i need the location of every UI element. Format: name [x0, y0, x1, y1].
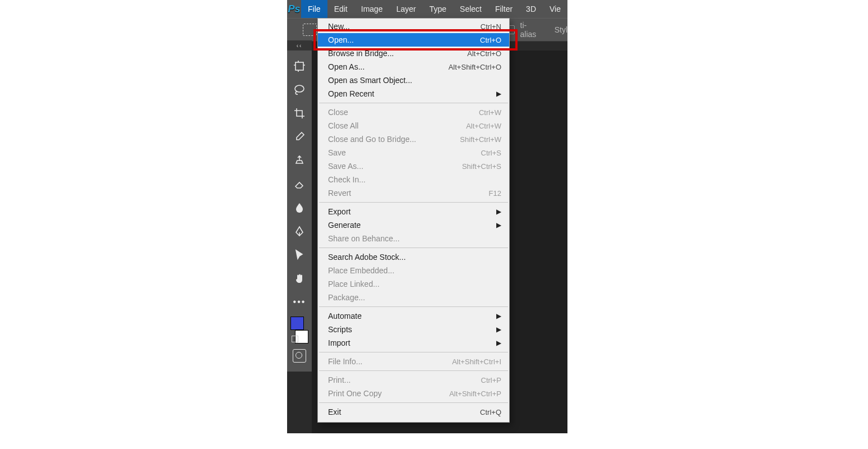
- menuitem-browse-in-bridge[interactable]: Browse in Bridge...Alt+Ctrl+O: [318, 47, 509, 60]
- menuitem-exit[interactable]: ExitCtrl+Q: [318, 405, 509, 419]
- path-selection-tool[interactable]: [290, 246, 308, 264]
- submenu-arrow-icon: ▶: [496, 221, 501, 229]
- menu-separator: [319, 103, 508, 103]
- menuitem-label: Open Recent: [328, 89, 375, 98]
- pen-tool[interactable]: [290, 222, 308, 240]
- menuitem-label: Scripts: [328, 325, 352, 334]
- menu-3d[interactable]: 3D: [519, 0, 543, 18]
- menu-edit[interactable]: Edit: [327, 0, 354, 18]
- menuitem-revert: RevertF12: [318, 186, 509, 200]
- menuitem-check-in: Check In...: [318, 173, 509, 186]
- menuitem-label: Close: [328, 108, 348, 117]
- menuitem-save-as: Save As...Shift+Ctrl+S: [318, 159, 509, 173]
- menuitem-place-linked: Place Linked...: [318, 277, 509, 291]
- menuitem-label: Share on Behance...: [328, 234, 400, 243]
- menuitem-shortcut: Alt+Shift+Ctrl+O: [449, 63, 501, 71]
- menuitem-save: SaveCtrl+S: [318, 146, 509, 159]
- menuitem-open[interactable]: Open...Ctrl+O: [318, 33, 509, 47]
- menuitem-label: Generate: [328, 221, 361, 230]
- menuitem-file-info: File Info...Alt+Shift+Ctrl+I: [318, 355, 509, 368]
- quick-mask-toggle[interactable]: [293, 349, 306, 363]
- menuitem-export[interactable]: Export▶: [318, 205, 509, 218]
- menu-filter[interactable]: Filter: [488, 0, 519, 18]
- menuitem-print-one-copy: Print One CopyAlt+Shift+Ctrl+P: [318, 387, 509, 400]
- menuitem-import[interactable]: Import▶: [318, 336, 509, 350]
- menuitem-shortcut: Alt+Ctrl+W: [466, 122, 501, 130]
- tools-panel: •••: [287, 51, 312, 372]
- menu-vie[interactable]: Vie: [543, 0, 567, 18]
- eraser-tool[interactable]: [290, 175, 308, 193]
- menuitem-label: Save: [328, 148, 346, 157]
- svg-point-1: [295, 85, 304, 92]
- menu-image[interactable]: Image: [354, 0, 390, 18]
- menuitem-open-recent[interactable]: Open Recent▶: [318, 87, 509, 100]
- menu-layer[interactable]: Layer: [390, 0, 423, 18]
- menuitem-search-adobe-stock[interactable]: Search Adobe Stock...: [318, 250, 509, 264]
- submenu-arrow-icon: ▶: [496, 339, 501, 347]
- menuitem-label: Open as Smart Object...: [328, 76, 412, 85]
- menu-type[interactable]: Type: [423, 0, 453, 18]
- svg-rect-0: [296, 62, 303, 70]
- menu-file[interactable]: File: [301, 0, 327, 18]
- menuitem-label: Revert: [328, 189, 351, 198]
- crop-tool[interactable]: [290, 104, 308, 122]
- menuitem-shortcut: F12: [489, 189, 501, 198]
- menuitem-print: Print...Ctrl+P: [318, 373, 509, 387]
- menuitem-place-embedded: Place Embedded...: [318, 264, 509, 277]
- menuitem-label: Print One Copy: [328, 389, 382, 398]
- menuitem-open-as-smart-object[interactable]: Open as Smart Object...: [318, 74, 509, 87]
- menuitem-package: Package...: [318, 291, 509, 304]
- blur-tool[interactable]: [290, 199, 308, 217]
- edit-toolbar-button[interactable]: •••: [290, 293, 308, 311]
- menuitem-label: File Info...: [328, 357, 362, 366]
- clone-stamp-tool[interactable]: [290, 152, 308, 169]
- menuitem-generate[interactable]: Generate▶: [318, 218, 509, 232]
- artboard-tool[interactable]: [290, 57, 308, 75]
- menu-separator: [319, 306, 508, 307]
- menuitem-shortcut: Ctrl+O: [480, 36, 501, 44]
- menuitem-label: Save As...: [328, 162, 363, 171]
- collapse-tools-button[interactable]: ‹‹: [287, 40, 312, 51]
- menuitem-shortcut: Ctrl+W: [479, 108, 501, 117]
- menuitem-automate[interactable]: Automate▶: [318, 309, 509, 323]
- menuitem-shortcut: Ctrl+P: [481, 376, 501, 384]
- anti-alias-label: ti-alias: [520, 21, 541, 39]
- app-logo: Ps: [287, 3, 301, 15]
- submenu-arrow-icon: ▶: [496, 208, 501, 216]
- menuitem-label: Package...: [328, 293, 365, 302]
- menuitem-label: Open As...: [328, 62, 364, 71]
- marquee-icon[interactable]: [303, 24, 317, 36]
- menuitem-label: Automate: [328, 311, 362, 320]
- menu-separator: [319, 402, 508, 403]
- menu-separator: [319, 352, 508, 352]
- menuitem-label: Place Linked...: [328, 280, 380, 288]
- menuitem-shortcut: Ctrl+S: [481, 149, 501, 157]
- hand-tool[interactable]: [290, 269, 308, 287]
- lasso-tool[interactable]: [290, 81, 308, 99]
- menuitem-label: Exit: [328, 407, 341, 416]
- menuitem-share-on-behance: Share on Behance...: [318, 232, 509, 245]
- menuitem-shortcut: Alt+Shift+Ctrl+P: [449, 390, 501, 398]
- menuitem-label: Place Embedded...: [328, 266, 394, 275]
- menuitem-shortcut: Alt+Shift+Ctrl+I: [452, 358, 501, 366]
- app-logo-text: Ps: [288, 3, 301, 15]
- eyedropper-tool[interactable]: [290, 128, 308, 146]
- menu-select[interactable]: Select: [453, 0, 488, 18]
- submenu-arrow-icon: ▶: [496, 90, 501, 98]
- menuitem-scripts[interactable]: Scripts▶: [318, 323, 509, 336]
- menuitem-shortcut: Ctrl+N: [481, 22, 501, 31]
- menuitem-new[interactable]: New...Ctrl+N: [318, 20, 509, 33]
- menuitem-label: Search Adobe Stock...: [328, 253, 406, 262]
- color-swatch[interactable]: [290, 317, 308, 343]
- menu-bar: Ps FileEditImageLayerTypeSelectFilter3DV…: [287, 0, 567, 18]
- style-label: Styl: [555, 25, 567, 34]
- menuitem-open-as[interactable]: Open As...Alt+Shift+Ctrl+O: [318, 60, 509, 74]
- foreground-color-swatch[interactable]: [290, 317, 304, 330]
- default-colors-icon[interactable]: [292, 336, 298, 342]
- menuitem-shortcut: Alt+Ctrl+O: [467, 49, 501, 58]
- menuitem-label: Browse in Bridge...: [328, 49, 394, 58]
- menuitem-label: Print...: [328, 375, 350, 384]
- submenu-arrow-icon: ▶: [496, 326, 501, 333]
- menuitem-close-and-go-to-bridge: Close and Go to Bridge...Shift+Ctrl+W: [318, 132, 509, 146]
- menuitem-label: Import: [328, 338, 350, 347]
